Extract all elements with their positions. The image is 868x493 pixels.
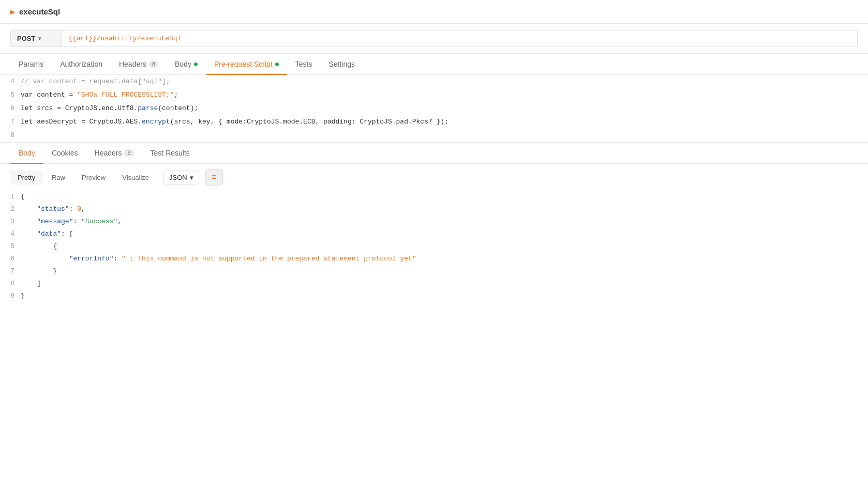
json-linenum-5: 5	[0, 240, 21, 253]
wrap-button[interactable]: ≡	[205, 169, 223, 186]
line-code-4: // var content = request.data["sql"];	[21, 76, 868, 87]
json-line-9: 9 }	[0, 290, 868, 302]
tab-prerequest[interactable]: Pre-request Script	[206, 54, 287, 74]
response-tab-cookies[interactable]: Cookies	[43, 143, 86, 163]
tab-tests[interactable]: Tests	[287, 54, 321, 74]
response-tabs-row: Body Cookies Headers 5 Test Results	[0, 143, 868, 164]
json-format-select[interactable]: JSON ▾	[163, 171, 199, 184]
format-btn-preview[interactable]: Preview	[74, 171, 113, 184]
json-content-7: }	[21, 265, 868, 278]
request-title-bar: ▶ executeSql	[0, 0, 868, 24]
code-editor: 4 // var content = request.data["sql"]; …	[0, 75, 868, 143]
json-content-4: "data": [	[21, 228, 868, 240]
json-linenum-6: 6	[0, 253, 21, 265]
line-num-6: 6	[0, 103, 21, 114]
format-btn-visualize[interactable]: Visualize	[115, 171, 156, 184]
tab-prerequest-dot	[275, 63, 279, 66]
response-tab-headers-label: Headers	[95, 149, 122, 157]
json-content-9: }	[21, 290, 868, 302]
response-tab-headers[interactable]: Headers 5	[86, 143, 142, 163]
json-content-6: "errorInfo": " : This command is not sup…	[21, 253, 868, 265]
tab-body-dot	[194, 63, 198, 66]
json-linenum-7: 7	[0, 265, 21, 278]
json-line-6: 6 "errorInfo": " : This command is not s…	[0, 253, 868, 265]
code-line-5: 5 var content = "SHOW FULL PROCESSLIST;"…	[0, 88, 868, 102]
tab-authorization-label: Authorization	[60, 60, 102, 68]
json-linenum-3: 3	[0, 215, 21, 228]
url-bar: POST ▾	[0, 24, 868, 54]
line-code-5: var content = "SHOW FULL PROCESSLIST;";	[21, 89, 868, 101]
format-btn-raw[interactable]: Raw	[44, 171, 72, 184]
json-content-3: "message": "Success",	[21, 215, 868, 228]
response-tab-cookies-label: Cookies	[52, 149, 78, 157]
tab-params[interactable]: Params	[10, 54, 52, 74]
collapse-icon[interactable]: ▶	[10, 8, 15, 16]
code-line-7: 7 let aesDecrypt = CryptoJS.AES.encrypt(…	[0, 115, 868, 129]
json-content-8: ]	[21, 278, 868, 290]
code-line-8: 8	[0, 129, 868, 142]
tab-settings[interactable]: Settings	[320, 54, 363, 74]
line-num-7: 7	[0, 116, 21, 128]
tab-headers-label: Headers	[119, 60, 146, 68]
line-num-8: 8	[0, 130, 21, 141]
method-select[interactable]: POST ▾	[10, 30, 62, 47]
line-code-7: let aesDecrypt = CryptoJS.AES.encrypt(sr…	[21, 116, 868, 128]
wrap-icon: ≡	[212, 173, 216, 182]
json-line-4: 4 "data": [	[0, 228, 868, 240]
response-tab-testresults-label: Test Results	[151, 149, 190, 157]
json-format-label: JSON	[169, 174, 187, 181]
code-line-4: 4 // var content = request.data["sql"];	[0, 75, 868, 88]
tab-body[interactable]: Body	[167, 54, 206, 74]
method-label: POST	[17, 35, 35, 42]
response-tab-body-label: Body	[19, 149, 35, 157]
code-line-6: 6 let srcs = CryptoJS.enc.Utf8.parse(con…	[0, 102, 868, 115]
json-line-2: 2 "status": 0,	[0, 203, 868, 215]
json-linenum-4: 4	[0, 228, 21, 240]
format-btn-pretty[interactable]: Pretty	[10, 171, 42, 184]
json-linenum-9: 9	[0, 290, 21, 302]
json-line-7: 7 }	[0, 265, 868, 278]
json-content-5: {	[21, 240, 868, 253]
request-name: executeSql	[19, 7, 60, 16]
json-body: 1 { 2 "status": 0, 3 "message": "Success…	[0, 191, 868, 313]
request-tabs: Params Authorization Headers 8 Body Pre-…	[0, 54, 868, 75]
tab-params-label: Params	[19, 60, 43, 68]
tab-tests-label: Tests	[295, 60, 312, 68]
method-dropdown-arrow: ▾	[38, 36, 41, 41]
tab-authorization[interactable]: Authorization	[52, 54, 111, 74]
url-input[interactable]	[62, 30, 858, 47]
line-num-5: 5	[0, 89, 21, 101]
json-content-2: "status": 0,	[21, 203, 868, 215]
tab-settings-label: Settings	[328, 60, 355, 68]
response-tab-headers-badge: 5	[124, 149, 133, 157]
json-format-dropdown-arrow: ▾	[190, 174, 193, 181]
json-linenum-1: 1	[0, 191, 21, 203]
response-tab-body[interactable]: Body	[10, 143, 43, 163]
json-line-3: 3 "message": "Success",	[0, 215, 868, 228]
response-toolbar: Pretty Raw Preview Visualize JSON ▾ ≡	[0, 164, 868, 191]
tab-prerequest-label: Pre-request Script	[214, 60, 273, 68]
json-linenum-2: 2	[0, 203, 21, 215]
json-line-5: 5 {	[0, 240, 868, 253]
tab-body-label: Body	[175, 60, 191, 68]
json-linenum-8: 8	[0, 278, 21, 290]
tab-headers[interactable]: Headers 8	[111, 54, 167, 74]
response-section: Body Cookies Headers 5 Test Results Pret…	[0, 143, 868, 313]
json-line-8: 8 ]	[0, 278, 868, 290]
json-line-1: 1 {	[0, 191, 868, 203]
line-num-4: 4	[0, 76, 21, 87]
json-content-1: {	[21, 191, 868, 203]
line-code-6: let srcs = CryptoJS.enc.Utf8.parse(conte…	[21, 103, 868, 114]
response-tab-testresults[interactable]: Test Results	[142, 143, 198, 163]
tab-headers-badge: 8	[149, 60, 158, 68]
